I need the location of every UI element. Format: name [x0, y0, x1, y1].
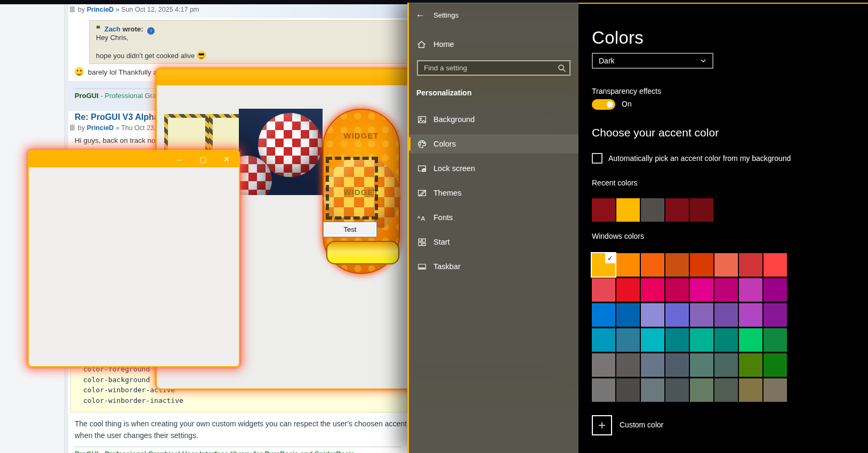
accent-color-swatch[interactable]	[714, 253, 738, 277]
bottom-divider	[75, 447, 401, 447]
back-icon[interactable]: ←	[416, 9, 425, 20]
wrote-label: wrote:	[123, 25, 143, 33]
accent-color-swatch[interactable]	[616, 303, 640, 327]
color-mode-dropdown[interactable]: Dark	[592, 53, 713, 69]
accent-color-swatch[interactable]	[641, 253, 664, 277]
sidebar-item-background[interactable]: Background	[409, 110, 578, 129]
lockscreen-icon	[417, 164, 427, 173]
quote-author-link[interactable]: Zach	[105, 25, 120, 33]
recent-color-swatch[interactable]	[592, 198, 615, 222]
accent-color-swatch[interactable]	[763, 278, 787, 302]
recent-color-swatch[interactable]	[616, 198, 640, 222]
accent-color-swatch[interactable]	[739, 303, 762, 327]
search-input[interactable]	[417, 60, 570, 76]
accent-color-swatch[interactable]	[665, 278, 689, 302]
quote-icon: ❝	[96, 24, 100, 33]
sidebar-item-fonts[interactable]: AAFonts	[409, 208, 578, 227]
accent-color-swatch[interactable]	[665, 303, 689, 327]
recent-color-swatch[interactable]	[641, 198, 664, 222]
accent-color-swatch[interactable]	[616, 378, 640, 402]
accent-color-swatch[interactable]	[665, 378, 689, 402]
accent-color-swatch[interactable]	[739, 253, 762, 277]
window-controls: – ▢ ✕	[175, 151, 231, 167]
accent-color-swatch[interactable]	[665, 328, 689, 352]
test-button[interactable]: Test	[323, 222, 377, 237]
transparency-toggle[interactable]	[592, 99, 615, 110]
settings-content: Colors Dark Transparency effects On Choo…	[578, 0, 868, 453]
author-link[interactable]: PrincieD	[87, 6, 114, 13]
chevron-down-icon	[700, 56, 707, 66]
accent-color-swatch[interactable]	[714, 303, 738, 327]
custom-color-button[interactable]: +	[592, 415, 612, 435]
quote-line-2: hope you didn't get cooked alive	[96, 51, 208, 60]
accent-color-swatch[interactable]	[690, 353, 713, 377]
sidebar-item-start[interactable]: Start	[409, 232, 578, 252]
recent-color-swatch[interactable]	[665, 198, 689, 222]
accent-color-swatch[interactable]	[616, 353, 640, 377]
accent-color-swatch[interactable]	[739, 378, 762, 402]
maximize-button[interactable]: ▢	[198, 155, 208, 164]
accent-color-swatch[interactable]	[739, 353, 762, 377]
transparency-label: Transparency effects	[592, 87, 661, 95]
minimize-button[interactable]: –	[175, 155, 184, 164]
orange-pill-widget[interactable]: WIDGET WIDGET Test	[323, 109, 400, 274]
search-icon[interactable]	[558, 64, 566, 72]
accent-color-swatch[interactable]	[739, 278, 762, 302]
accent-window-border	[407, 3, 409, 453]
recent-color-swatch[interactable]	[690, 198, 713, 222]
plus-icon: +	[598, 418, 606, 432]
accent-color-swatch[interactable]	[690, 378, 713, 402]
sidebar-item-colors[interactable]: Colors	[409, 134, 578, 153]
accent-color-swatch[interactable]	[763, 328, 787, 352]
sidebar-item-lock-screen[interactable]: Lock screen	[409, 159, 578, 178]
accent-color-swatch[interactable]	[714, 328, 738, 352]
windows-colors-label: Windows colors	[592, 232, 644, 240]
accent-color-swatch[interactable]	[690, 303, 713, 327]
accent-color-swatch[interactable]	[690, 328, 713, 352]
post-meta-line-2: by PrincieD » Thu Oct 23, 202	[70, 124, 169, 132]
page-title: Colors	[592, 28, 644, 48]
accent-color-swatch[interactable]	[641, 328, 664, 352]
accent-color-swatch[interactable]	[592, 328, 615, 352]
post-body-text: Hi guys, back on track now af	[75, 136, 168, 144]
window-title: Settings	[433, 11, 459, 19]
author-link[interactable]: PrincieD	[87, 124, 114, 132]
grin-emoji	[75, 67, 84, 76]
post-meta-line: by PrincieD » Sun Oct 12, 2025 4:17 pm	[70, 6, 199, 13]
accent-color-swatch[interactable]	[592, 303, 615, 327]
settings-sidebar: ← Settings Home Personalization Backgrou…	[409, 3, 578, 453]
accent-color-swatch[interactable]	[616, 328, 640, 352]
accent-color-swatch[interactable]	[641, 278, 664, 302]
sidebar-item-themes[interactable]: Themes	[409, 183, 578, 203]
svg-text:A: A	[417, 214, 420, 219]
accent-color-swatch[interactable]	[714, 378, 738, 402]
accent-color-swatch[interactable]	[714, 353, 738, 377]
auto-accent-checkbox[interactable]	[592, 153, 602, 164]
accent-color-swatch[interactable]	[714, 278, 738, 302]
sidebar-item-home[interactable]: Home	[433, 40, 454, 48]
accent-color-swatch[interactable]	[763, 253, 787, 277]
accent-color-swatch[interactable]	[641, 378, 664, 402]
yellow-gradient-button[interactable]	[326, 241, 399, 264]
accent-color-swatch[interactable]	[641, 303, 664, 327]
accent-color-swatch[interactable]	[616, 253, 640, 277]
accent-color-swatch[interactable]	[763, 378, 787, 402]
jump-to-post-icon[interactable]: ↑	[147, 27, 155, 35]
accent-color-swatch[interactable]	[616, 278, 640, 302]
window-body	[29, 167, 239, 366]
accent-color-swatch[interactable]	[739, 328, 762, 352]
accent-color-swatch[interactable]	[592, 378, 615, 402]
accent-color-swatch[interactable]: ✓	[592, 253, 615, 277]
accent-color-swatch[interactable]	[763, 303, 787, 327]
accent-color-swatch[interactable]	[665, 253, 689, 277]
auto-accent-label: Automatically pick an accent color from …	[608, 154, 791, 163]
accent-color-swatch[interactable]	[665, 353, 689, 377]
accent-color-swatch[interactable]	[592, 353, 615, 377]
accent-color-swatch[interactable]	[690, 278, 713, 302]
accent-color-swatch[interactable]	[690, 253, 713, 277]
accent-color-swatch[interactable]	[763, 353, 787, 377]
close-button[interactable]: ✕	[222, 155, 231, 164]
accent-color-swatch[interactable]	[592, 278, 615, 302]
sidebar-item-taskbar[interactable]: Taskbar	[409, 257, 578, 276]
accent-color-swatch[interactable]	[641, 353, 664, 377]
